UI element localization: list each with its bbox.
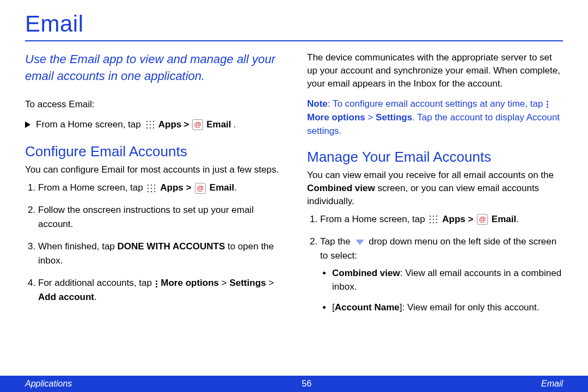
apps-grid-icon	[145, 120, 155, 130]
more-options-icon	[547, 101, 548, 108]
more-options-icon	[156, 280, 157, 287]
note-b2: Settings	[376, 112, 412, 122]
note-label: Note	[307, 99, 328, 109]
email-label-3: Email	[492, 214, 516, 224]
cfg-s4-m2: >	[266, 278, 274, 288]
access-step-pre: From a Home screen, tap	[36, 118, 141, 131]
configure-step-2: Follow the onscreen instructions to set …	[38, 203, 281, 231]
manage-bullet-1: Combined view: View all email accounts i…	[332, 267, 563, 293]
gt-1: >	[183, 118, 189, 131]
cfg-s4-m1: >	[219, 278, 229, 288]
access-step: From a Home screen, tap Apps > Email.	[25, 118, 281, 131]
configure-heading: Configure Email Accounts	[25, 143, 281, 160]
cfg-s4-b3: Add account	[38, 292, 94, 302]
configure-step-1: From a Home screen, tap Apps > Email.	[38, 181, 281, 195]
configure-steps: From a Home screen, tap Apps > Email. Fo…	[25, 181, 281, 304]
email-label-2: Email	[210, 182, 234, 193]
page-title: Email	[25, 11, 563, 37]
manage-lead-bold: Combined view	[307, 183, 375, 193]
email-app-icon	[477, 214, 488, 225]
manage-steps: From a Home screen, tap Apps > Email. Ta…	[307, 212, 563, 315]
left-column: Use the Email app to view and manage all…	[25, 51, 281, 323]
manage-step-1: From a Home screen, tap Apps > Email.	[320, 212, 563, 226]
note-block: Note: To configure email account setting…	[307, 97, 563, 138]
manage-step-2: Tap the drop down menu on the left side …	[320, 235, 563, 315]
right-p1: The device communicates with the appropr…	[307, 51, 563, 90]
cfg-s4-b1: More options	[161, 278, 219, 288]
cfg-s4-post: .	[94, 292, 97, 302]
manage-bullet-2: [Account Name]: View email for only this…	[332, 301, 563, 315]
note-b1: More options	[307, 112, 365, 122]
mg-s2-pre: Tap the	[320, 236, 353, 247]
manage-lead-pre: You can view email you receive for all e…	[307, 170, 554, 180]
configure-step-4: For additional accounts, tap More option…	[38, 276, 281, 304]
cfg-s3-bold: DONE WITH ACCOUNTS	[118, 241, 225, 252]
apps-grid-icon	[428, 215, 438, 224]
mg-s1-pre: From a Home screen, tap	[320, 214, 425, 224]
cfg-s1-pre: From a Home screen, tap	[38, 182, 143, 193]
manage-lead: You can view email you receive for all e…	[307, 169, 563, 207]
manage-sublist: Combined view: View all email accounts i…	[320, 267, 563, 315]
cfg-s4-b2: Settings	[229, 278, 266, 288]
mg-b2-bold: Account Name	[335, 302, 400, 313]
email-app-icon	[192, 119, 203, 130]
play-bullet-icon	[25, 121, 30, 128]
manage-heading: Manage Your Email Accounts	[307, 149, 563, 166]
gt-2: >	[186, 182, 191, 193]
period-3: .	[516, 214, 519, 224]
email-app-icon	[195, 183, 206, 194]
right-column: The device communicates with the appropr…	[307, 51, 563, 323]
apps-label-2: Apps	[160, 182, 183, 193]
mg-b2-post: ]: View email for only this account.	[400, 302, 540, 313]
dropdown-icon	[356, 240, 364, 245]
apps-grid-icon	[146, 183, 156, 193]
apps-label: Apps	[158, 118, 182, 131]
access-label: To access Email:	[25, 98, 281, 111]
note-pre: : To configure email account settings at…	[328, 99, 546, 109]
page-footer: Applications 56 Email	[0, 376, 588, 392]
cfg-s4-pre: For additional accounts, tap	[38, 278, 155, 288]
footer-left: Applications	[25, 379, 72, 389]
cfg-s3-pre: When finished, tap	[38, 241, 118, 252]
email-label-1: Email	[206, 118, 231, 131]
title-rule	[25, 40, 563, 41]
intro-text: Use the Email app to view and manage all…	[25, 51, 281, 85]
footer-page-number: 56	[302, 379, 311, 389]
apps-label-3: Apps	[442, 214, 465, 224]
period-1: .	[234, 118, 236, 131]
period-2: .	[234, 182, 237, 193]
note-mid: >	[365, 112, 376, 122]
gt-3: >	[468, 214, 473, 224]
configure-lead: You can configure Email for most account…	[25, 163, 281, 176]
configure-step-3: When finished, tap DONE WITH ACCOUNTS to…	[38, 240, 281, 267]
mg-b1-bold: Combined view	[332, 268, 400, 278]
footer-right: Email	[541, 379, 563, 389]
